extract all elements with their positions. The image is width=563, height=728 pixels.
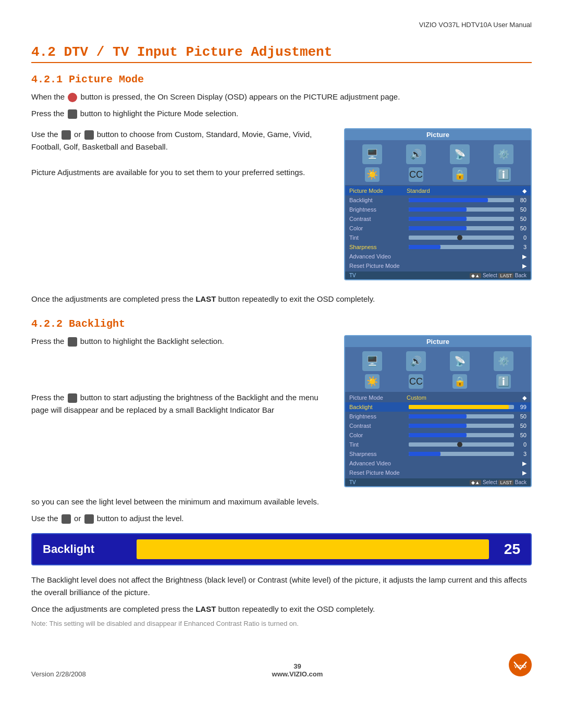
osd-row-picturemode-2: Picture Mode Custom ◆ (345, 393, 531, 402)
vizio-logo: VIZIO (509, 653, 532, 678)
backlight-para3: so you can see the light level between t… (31, 496, 532, 508)
backlight-desc1: The Backlight level does not affect the … (31, 574, 532, 599)
osd-title-2: Picture (345, 336, 531, 347)
para1: When the button is pressed, the On Scree… (31, 91, 532, 103)
osd-row-tint-2: Tint 0 (345, 440, 531, 449)
osd-icon-sound-2: 🔊 (406, 351, 426, 371)
osd-icon-setup: ⚙️ (494, 144, 513, 164)
osd-icon-info: ℹ️ (496, 167, 511, 182)
backlight-section: Press the button to highlight the Backli… (31, 335, 532, 487)
ok-icon (68, 393, 77, 403)
footer-version: Version 2/28/2008 (31, 670, 86, 678)
osd-panel-1: Picture 🖥️ 🔊 📡 ⚙️ ☀️ CC 🔒 ℹ️ Picture Mod… (344, 128, 532, 280)
osd-row-reset-2: Reset Picture Mode ▶ (345, 468, 531, 477)
para3: Use the or button to choose from Custom,… (31, 128, 328, 153)
osd-row-advancedvideo-1: Advanced Video ▶ (345, 252, 531, 261)
right-icon-2 (84, 514, 94, 524)
osd-row-backlight-2: Backlight 99 (345, 402, 531, 412)
osd-icon-cc-2: CC (409, 374, 423, 389)
osd-icon-info-2: ℹ️ (496, 374, 511, 389)
osd-icon-lock-2: 🔒 (452, 374, 467, 389)
osd-row-contrast-2: Contrast 50 (345, 421, 531, 430)
osd-row-advancedvideo-2: Advanced Video ▶ (345, 459, 531, 468)
osd-row-color-1: Color 50 (345, 224, 531, 233)
osd-icon-sound: 🔊 (406, 144, 426, 164)
osd-footer-2: TV ◆▲ Select LAST Back (345, 478, 531, 486)
backlight-para1: Press the button to highlight the Backli… (31, 335, 328, 348)
osd-icons-row-1: 🖥️ 🔊 📡 ⚙️ (345, 140, 531, 166)
osd-icons-row2-2: ☀️ CC 🔒 ℹ️ (345, 373, 531, 392)
osd-row-reset-1: Reset Picture Mode ▶ (345, 261, 531, 270)
left-icon (62, 130, 71, 140)
osd-row-brightness-1: Brightness 50 (345, 205, 531, 214)
subsection2-title: 4.2.2 Backlight (31, 318, 532, 330)
osd-footer-1: TV ◆▲ Select LAST Back (345, 272, 531, 279)
backlight-bar-value: 25 (499, 541, 520, 558)
backlight-bar-fill (137, 539, 489, 559)
left-icon-2 (62, 514, 71, 524)
osd-row-brightness-2: Brightness 50 (345, 412, 531, 421)
menu-icon (68, 93, 77, 102)
osd-panel-2: Picture 🖥️ 🔊 📡 ⚙️ ☀️ CC 🔒 ℹ️ Picture Mod… (344, 335, 532, 487)
osd-row-backlight-1: Backlight 80 (345, 195, 531, 205)
osd-row-color-2: Color 50 (345, 430, 531, 440)
down-icon (68, 109, 77, 119)
backlight-para2: Press the button to start adjusting the … (31, 391, 328, 416)
section-title: 4.2 DTV / TV Input Picture Adjustment (31, 44, 532, 63)
osd-icon-setup-2: ⚙️ (494, 351, 513, 371)
backlight-desc2: Once the adjustments are completed press… (31, 603, 532, 615)
page-header: VIZIO VO37L HDTV10A User Manual (31, 21, 532, 29)
osd-title-1: Picture (345, 129, 531, 140)
subsection1-title: 4.2.1 Picture Mode (31, 73, 532, 85)
osd-icon-lock: 🔒 (452, 167, 467, 182)
osd-icon-satellite: 📡 (450, 144, 470, 164)
osd-row-sharpness-1: Sharpness 3 (345, 242, 531, 252)
osd-icons-row-2: 🖥️ 🔊 📡 ⚙️ (345, 347, 531, 373)
right-icon (84, 130, 94, 140)
footer-url: www.VIZIO.com (272, 670, 323, 678)
osd-icon-monitor: 🖥️ (362, 144, 382, 164)
para4: Picture Adjustments are available for yo… (31, 166, 328, 179)
backlight-para4: Use the or button to adjust the level. (31, 512, 532, 525)
osd-rows-1: Picture Mode Standard ◆ Backlight 80 Bri… (345, 185, 531, 272)
page-footer: Version 2/28/2008 39 www.VIZIO.com VIZIO (31, 648, 532, 678)
osd-icon-sun-2: ☀️ (365, 374, 380, 389)
osd-icon-monitor-2: 🖥️ (362, 351, 382, 371)
osd-row-picturemode-1: Picture Mode Standard ◆ (345, 186, 531, 195)
osd-icon-cc: CC (409, 167, 423, 182)
backlight-note: Note: This setting will be disabled and … (31, 620, 532, 627)
osd-row-contrast-1: Contrast 50 (345, 214, 531, 224)
osd-row-tint-1: Tint 0 (345, 233, 531, 242)
para2: Press the button to highlight the Pictur… (31, 107, 532, 120)
osd-icons-row2-1: ☀️ CC 🔒 ℹ️ (345, 166, 531, 185)
backlight-bar-label: Backlight (43, 542, 126, 556)
osd-rows-2: Picture Mode Custom ◆ Backlight 99 Brigh… (345, 392, 531, 478)
header-title: VIZIO VO37L HDTV10A User Manual (419, 21, 532, 29)
osd-icon-satellite-2: 📡 (450, 351, 470, 371)
osd-row-sharpness-2: Sharpness 3 (345, 449, 531, 459)
down-icon-2 (68, 337, 77, 347)
para5-1: Once the adjustments are completed press… (31, 293, 532, 305)
osd-icon-sun: ☀️ (365, 167, 380, 182)
backlight-indicator-bar: Backlight 25 (31, 533, 532, 565)
footer-page: 39 (272, 662, 323, 670)
